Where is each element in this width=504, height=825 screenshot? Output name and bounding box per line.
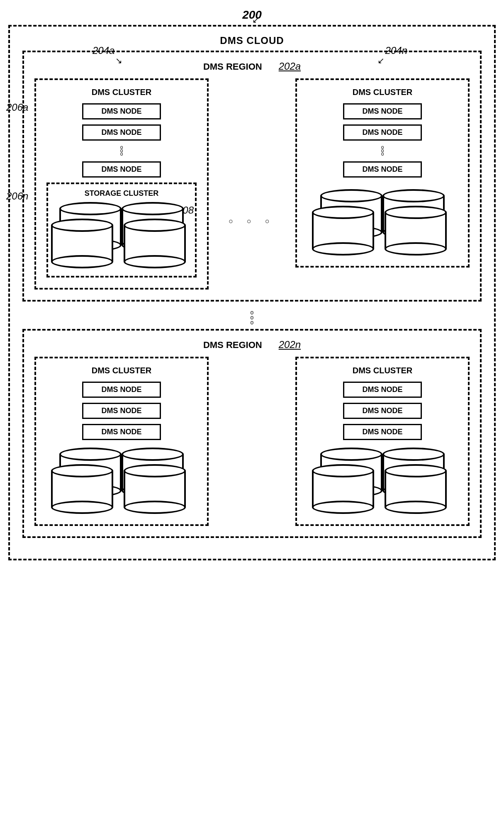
arrow-200: ↙ [252,15,259,25]
ref-204n: 204n [385,45,407,56]
cylinder-icon [385,206,447,256]
arrow-204n: ↙ [377,56,385,66]
storage-cluster-208: STORAGE CLUSTER [46,183,197,277]
cylinder-icon [312,206,374,256]
ref-202n: 202n [279,339,301,350]
storage-title: STORAGE CLUSTER [54,189,189,198]
dms-node: DMS NODE [343,403,422,419]
cloud-title: DMS CLOUD [22,35,482,46]
arrow-204a: ↘ [115,56,122,66]
cluster-title-204a: DMS CLUSTER [46,88,197,97]
dms-node: DMS NODE [343,382,422,398]
cylinder-icon [312,464,374,514]
diagram-root: 200 ↙ DMS CLOUD 204a ↘ DMS REGION 202a 2… [8,25,496,560]
cylinder-icon [51,219,113,268]
cluster-n2: DMS CLUSTER DMS NODE DMS NODE DMS NODE [295,357,470,526]
cylinder-group [316,448,449,514]
ref-204a: 204a [93,45,114,56]
cylinder-icon [124,464,186,514]
cluster-n1: DMS CLUSTER DMS NODE DMS NODE DMS NODE [34,357,209,526]
cluster-row-a: 206a 206n 208 ↙ DMS CLUSTER DMS NODE DMS… [34,78,470,290]
dms-node: DMS NODE [343,424,422,440]
dms-node: DMS NODE [82,124,161,141]
dms-node: DMS NODE [82,161,161,178]
cluster-204n: DMS CLUSTER DMS NODE DMS NODE ooo DMS NO… [295,78,470,268]
cylinder-group [316,189,449,256]
dms-node: DMS NODE [82,103,161,119]
region-title-n: DMS REGION [203,340,262,350]
dms-cloud-box: DMS CLOUD 204a ↘ DMS REGION 202a 204n ↙ … [8,25,496,560]
cluster-204a: 206a 206n 208 ↙ DMS CLUSTER DMS NODE DMS… [34,78,209,290]
cylinder-icon [385,464,447,514]
cluster-title-204n: DMS CLUSTER [307,88,458,97]
ref-206n: 206n [6,190,28,202]
vdots-icon: ooo [22,310,482,325]
dms-node: DMS NODE [82,424,161,440]
region-title-a: DMS REGION [203,61,262,72]
cluster-title-n1: DMS CLUSTER [46,366,197,375]
dms-node: DMS NODE [82,382,161,398]
region-header-n: DMS REGION 202n [34,339,470,350]
dms-node: DMS NODE [82,403,161,419]
dms-region-202a: 204a ↘ DMS REGION 202a 204n ↙ 206a 206n … [22,51,482,302]
dms-node: DMS NODE [343,161,422,178]
cluster-row-n: DMS CLUSTER DMS NODE DMS NODE DMS NODE [34,357,470,526]
dms-node: DMS NODE [343,103,422,119]
region-header-a: 204a ↘ DMS REGION 202a 204n ↙ [34,61,470,72]
dms-node: DMS NODE [343,124,422,141]
cluster-title-n2: DMS CLUSTER [307,366,458,375]
cylinder-icon [124,219,186,268]
dms-region-202n: DMS REGION 202n DMS CLUSTER DMS NODE DMS… [22,329,482,538]
cylinder-icon [51,464,113,514]
vdots-icon: ooo [46,146,197,156]
ref-202a: 202a [279,61,301,72]
hdots-icon: ○ ○ ○ [229,142,275,226]
ref-206a: 206a [6,102,28,113]
cylinder-group [55,448,188,514]
vdots-icon: ooo [307,146,458,156]
cylinder-group [55,202,188,268]
